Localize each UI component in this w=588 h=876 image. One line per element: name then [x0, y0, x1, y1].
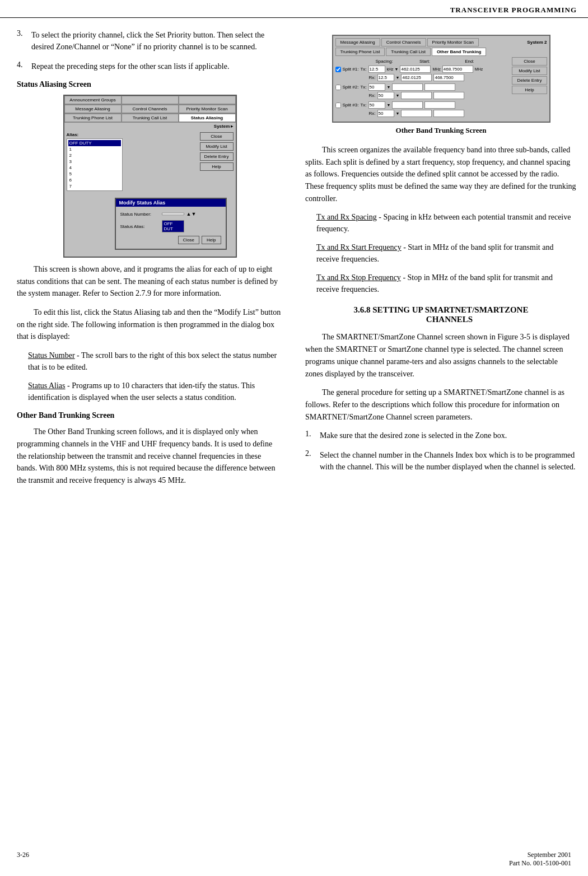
sa-status-number-input[interactable] — [162, 213, 184, 215]
sa-close-button[interactable]: Close — [200, 132, 234, 141]
obt-tab-other-band[interactable]: Other Band Trunking — [432, 48, 487, 56]
status-number-term: Status Number - The scroll bars to the r… — [17, 350, 283, 373]
obt-col-empty — [335, 59, 366, 64]
sa-help-button[interactable]: Help — [200, 162, 234, 171]
obt-system-label: System 2 — [527, 40, 547, 45]
sa-tab-announcement[interactable]: Announcement Groups — [64, 96, 122, 104]
obt-col-start: Start: — [403, 59, 447, 64]
sa-dialog-help-button[interactable]: Help — [202, 236, 221, 244]
obt-split1-tx-end[interactable] — [442, 66, 473, 73]
sa-status-number-row: Status Number: ▲▼ — [120, 211, 221, 217]
obt-split1-rx-khz: ▼ — [396, 76, 400, 80]
obt-heading-left: Other Band Trunking Screen — [17, 411, 283, 420]
sa-tab-empty2 — [179, 96, 236, 104]
obt-split1-rx-row: Rx: ▼ — [335, 74, 510, 81]
right-column: Message Aliasing Control Channels Priori… — [294, 18, 588, 505]
obt-split3-rx-end[interactable] — [433, 110, 464, 117]
obt-split2-tx-label: Tx: — [360, 85, 366, 90]
obt-split2-tx-end[interactable] — [424, 83, 455, 91]
sa-tab-call[interactable]: Trunking Call List — [122, 114, 179, 122]
obt-split3: Split #3: Tx: ▼ Rx: ▼ — [335, 101, 510, 117]
sa-modify-button[interactable]: Modify List — [200, 142, 234, 151]
sa-status-alias-input[interactable]: OFF DUT — [162, 220, 184, 232]
step-4: 4. Repeat the preceding steps for the ot… — [17, 60, 283, 72]
sa-tab-phone[interactable]: Trunking Phone List — [64, 114, 122, 122]
obt-split3-tx-spacing[interactable] — [368, 101, 385, 109]
obt-split2-rx-spacing[interactable] — [377, 92, 394, 99]
sa-description-2: To edit this list, click the Status Alia… — [17, 306, 283, 343]
section-368-step1-text: Make sure that the desired zone is selec… — [320, 430, 507, 441]
footer-part-number: Part No. 001-5100-001 — [509, 859, 571, 868]
obt-split2-dropdown: ▼ — [387, 85, 391, 89]
obt-modify-button[interactable]: Modify List — [512, 67, 547, 75]
section-368-step1-number: 1. — [305, 430, 316, 441]
sa-system-label: System ▸ — [64, 123, 236, 130]
sa-list-item-5: 4 — [68, 165, 121, 171]
obt-split2-tx-start[interactable] — [392, 83, 423, 91]
obt-tab-control[interactable]: Control Channels — [381, 38, 426, 46]
obt-delete-button[interactable]: Delete Entry — [512, 76, 547, 85]
obt-split3-rx-dropdown: ▼ — [396, 111, 400, 115]
obt-close-button[interactable]: Close — [512, 57, 547, 66]
obt-split1-mhz2: MHz — [475, 67, 483, 71]
obt-split3-rx-start[interactable] — [401, 110, 432, 117]
obt-split1-khz: kHz ▼ — [387, 67, 399, 71]
section-368-procedure-intro: The general procedure for setting up a S… — [305, 386, 577, 423]
left-column: 3. To select the priority channel, click… — [0, 18, 294, 505]
step-3: 3. To select the priority channel, click… — [17, 29, 283, 53]
obt-split1-rx-start[interactable] — [401, 74, 432, 81]
status-aliasing-heading: Status Aliasing Screen — [17, 80, 283, 89]
sa-body: Alias: OFF DUTY 1 2 3 4 5 6 7 — [64, 130, 236, 193]
sa-list-item-6: 5 — [68, 171, 121, 177]
sa-delete-button[interactable]: Delete Entry — [200, 152, 234, 161]
tx-rx-start-term: Tx and Rx Start Frequency - Start in MHz… — [305, 241, 577, 265]
step-3-text: To select the priority channel, click th… — [31, 29, 283, 53]
step-3-number: 3. — [17, 29, 28, 53]
section-368-intro: The SMARTNET/SmartZone Channel screen sh… — [305, 331, 577, 380]
obt-split3-checkbox[interactable] — [335, 102, 341, 108]
obt-description-right: This screen organizes the available freq… — [305, 144, 577, 204]
obt-split3-label: Split #3: — [343, 102, 359, 108]
obt-help-button[interactable]: Help — [512, 86, 547, 94]
obt-tab-call[interactable]: Trunking Call List — [386, 48, 431, 56]
obt-split2-label: Split #2: — [343, 85, 359, 90]
obt-split3-tx-end[interactable] — [424, 101, 455, 109]
sa-tab-status-active[interactable]: Status Aliasing — [179, 114, 236, 122]
sa-tab-priority[interactable]: Priority Monitor Scan — [179, 105, 236, 113]
sa-tab-message[interactable]: Message Aliasing — [64, 105, 122, 113]
obt-split2-rx-end[interactable] — [433, 92, 464, 99]
footer-page-number: 3-26 — [17, 851, 29, 868]
sa-dialog-close-button[interactable]: Close — [178, 236, 199, 244]
obt-split3-tx-start[interactable] — [392, 101, 423, 109]
sa-tabs-row2: Message Aliasing Control Channels Priori… — [64, 105, 236, 114]
obt-split2-rx-start[interactable] — [401, 92, 432, 99]
obt-split1-rx-spacing[interactable] — [377, 74, 394, 81]
obt-split1-label: Split #1: — [343, 67, 359, 72]
obt-split1-checkbox[interactable] — [335, 67, 341, 72]
sa-list-item-2: 1 — [68, 146, 121, 152]
obt-tab-message[interactable]: Message Aliasing — [335, 38, 380, 46]
sa-dialog-body: Status Number: ▲▼ Status Alias: OFF DUT … — [116, 207, 226, 249]
obt-tab-phone[interactable]: Trunking Phone List — [335, 48, 385, 56]
status-aliasing-screen: Announcement Groups Message Aliasing Con… — [63, 95, 237, 258]
obt-split2-checkbox[interactable] — [335, 85, 341, 90]
obt-split3-tx-label: Tx: — [360, 102, 366, 108]
obt-split2: Split #2: Tx: ▼ Rx: ▼ — [335, 83, 510, 99]
obt-tab-priority[interactable]: Priority Monitor Scan — [427, 38, 479, 46]
sa-dialog-buttons: Close Help — [120, 236, 221, 244]
obt-split1-rx-end[interactable] — [433, 74, 464, 81]
sa-tab-control[interactable]: Control Channels — [122, 105, 179, 113]
sa-list-item-7: 6 — [68, 177, 121, 183]
sa-number-controls[interactable]: ▲▼ — [186, 211, 197, 217]
sa-dialog-title: Modify Status Alias — [116, 199, 226, 207]
section-368-line1: 3.6.8 SETTING UP SMARTNET/SMARTZONE — [354, 305, 529, 314]
sa-list-item-1[interactable]: OFF DUTY — [68, 140, 121, 146]
obt-body: Spacing: Start: End: Split #1: Tx: — [335, 57, 547, 119]
obt-header-row: Spacing: Start: End: — [335, 57, 510, 66]
obt-split2-tx-row: Split #2: Tx: ▼ — [335, 83, 510, 91]
sa-tabs-row1: Announcement Groups — [64, 96, 236, 105]
obt-split2-tx-spacing[interactable] — [368, 83, 385, 91]
obt-split1-tx-start[interactable] — [400, 66, 431, 73]
obt-split3-rx-spacing[interactable] — [377, 110, 394, 117]
obt-split1-tx-spacing[interactable] — [368, 66, 385, 73]
